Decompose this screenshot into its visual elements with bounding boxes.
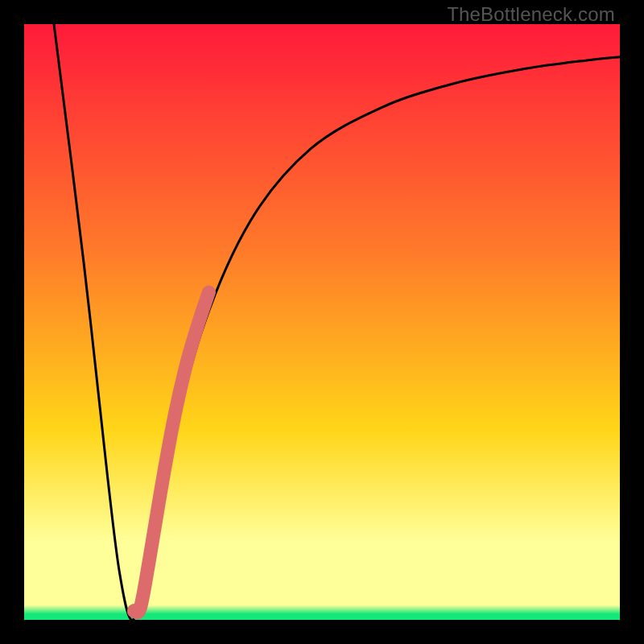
highlight-dot: [127, 604, 142, 618]
plot-area: [24, 24, 620, 620]
chart-frame: TheBottleneck.com: [0, 0, 644, 644]
chart-svg: [24, 24, 620, 620]
watermark-text: TheBottleneck.com: [447, 3, 615, 26]
